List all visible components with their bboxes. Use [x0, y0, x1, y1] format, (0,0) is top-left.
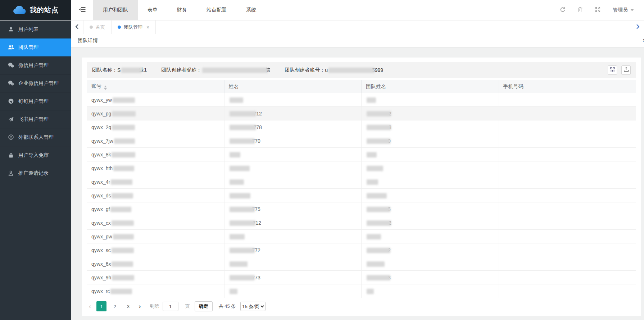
account-prefix: qywx_rc	[91, 288, 110, 294]
close-panel-icon[interactable]: ✕	[642, 37, 644, 43]
account-cell: qywx_yw	[87, 93, 225, 107]
table-row[interactable]: qywx_9h7733	[87, 271, 636, 284]
lock-icon	[8, 152, 14, 158]
topnav-tab-3[interactable]: 站点配置	[197, 0, 236, 20]
table-row[interactable]: qywx_pw	[87, 230, 636, 243]
admin-label: 管理员	[613, 7, 628, 13]
page-tab-label: 团队管理	[124, 24, 142, 31]
sidebar-item-1[interactable]: 团队管理	[0, 38, 71, 56]
redacted-text	[367, 193, 387, 198]
sidebar-item-6[interactable]: 外部联系人管理	[0, 128, 71, 146]
sidebar-item-3[interactable]: 企业微信用户管理	[0, 74, 71, 92]
jump-page-input[interactable]	[163, 302, 178, 311]
redacted-text	[112, 193, 133, 198]
tabs-scroll-right-button[interactable]	[632, 20, 644, 34]
topnav-tab-1[interactable]: 表单	[138, 0, 167, 20]
name-cell	[224, 257, 362, 271]
team-name-cell	[362, 230, 499, 243]
sidebar-item-label: 外部联系人管理	[18, 134, 54, 141]
creator-nickname-field: 团队创建者昵称：信	[161, 67, 270, 73]
sidebar-item-label: 钉钉用户管理	[18, 98, 49, 105]
tabs-scroll-left-button[interactable]	[71, 20, 83, 34]
admin-menu[interactable]: 管理员	[613, 7, 634, 13]
page-tab-0[interactable]: 首页	[83, 20, 112, 34]
sidebar-item-7[interactable]: 用户导入免审	[0, 146, 71, 164]
table-row[interactable]: qywx_cx7122	[87, 216, 636, 230]
table-row[interactable]: qywx_rc	[87, 284, 636, 298]
table-row[interactable]: qywx_7jw7700	[87, 134, 636, 148]
tab-dot	[118, 26, 121, 29]
table-row[interactable]: qywx_yw	[87, 93, 636, 107]
team-name-cell	[362, 161, 499, 175]
redacted-creator-nickname	[202, 68, 268, 73]
team-name-cell: 8	[362, 120, 499, 134]
redacted-text	[367, 152, 377, 157]
redacted-text	[230, 166, 250, 171]
name-cell: 712	[224, 107, 362, 120]
account-cell: qywx_6x	[87, 257, 225, 271]
name-cell	[224, 148, 362, 161]
trash-button[interactable]	[578, 7, 583, 14]
sidebar-item-8[interactable]: 推广邀请记录	[0, 164, 71, 182]
jump-unit-label: 页	[185, 303, 190, 310]
page-button-1[interactable]: 1	[96, 301, 106, 311]
account-cell: qywx_8k	[87, 148, 225, 161]
topnav-tab-4[interactable]: 系统	[236, 0, 266, 20]
account-cell: qywx_sc	[87, 243, 225, 257]
columns-icon	[610, 67, 615, 73]
fullscreen-icon	[595, 7, 600, 13]
page-button-2[interactable]: 2	[110, 301, 120, 311]
topnav-tab-2[interactable]: 财务	[167, 0, 197, 20]
sort-icon[interactable]	[104, 86, 107, 90]
sidebar-item-4[interactable]: 钉钉用户管理	[0, 92, 71, 110]
sidebar-item-label: 团队管理	[18, 44, 38, 51]
invite-icon	[8, 170, 14, 176]
page-size-select[interactable]: 15 条/页	[240, 302, 266, 311]
sidebar-collapse-button[interactable]	[71, 0, 93, 20]
sidebar-item-0[interactable]: 用户列表	[0, 20, 71, 38]
table-row[interactable]: qywx_sc7722	[87, 243, 636, 257]
sidebar-item-5[interactable]: 飞书用户管理	[0, 110, 71, 128]
col-header-0[interactable]: 账号	[87, 80, 225, 93]
team-name-label: 团队名称：	[92, 67, 117, 73]
account-cell: qywx_7jw	[87, 134, 225, 148]
refresh-button[interactable]	[560, 7, 566, 14]
redacted-text	[113, 166, 134, 171]
account-cell: qywx_pw	[87, 230, 225, 243]
team-name-cell: 2	[362, 216, 499, 230]
page-tab-1[interactable]: 团队管理×	[112, 20, 156, 34]
creator-account-label: 团队创建者账号：	[285, 67, 325, 73]
jump-to-label: 到第	[150, 303, 159, 310]
table-row[interactable]: qywx_pg7122	[87, 107, 636, 120]
phone-cell	[499, 120, 636, 134]
table-row[interactable]: qywx_6x	[87, 257, 636, 271]
pagination-bar: ‹ 123 › 到第 页 确定 共 45 条 15 条/页	[87, 301, 636, 311]
col-header-1: 姓名	[224, 80, 362, 93]
table-header-row: 账号姓名团队姓名手机号码	[87, 80, 636, 93]
export-button[interactable]	[621, 65, 631, 75]
fullscreen-button[interactable]	[595, 7, 600, 13]
team-name-cell: 3	[362, 271, 499, 284]
site-logo[interactable]: 我的站点	[0, 0, 71, 20]
page-button-3[interactable]: 3	[123, 301, 133, 311]
table-row[interactable]: qywx_ds	[87, 189, 636, 202]
main-area: 首页团队管理× 团队详情 ✕ 团队名称：S业1 团队创建者昵称：信	[71, 20, 644, 320]
topnav-tab-0[interactable]: 用户和团队	[93, 0, 138, 20]
account-cell: qywx_2q	[87, 120, 225, 134]
close-tab-icon[interactable]: ×	[146, 24, 149, 30]
confirm-button[interactable]: 确定	[195, 301, 213, 311]
phone-cell	[499, 175, 636, 189]
table-row[interactable]: qywx_gf7755	[87, 202, 636, 216]
account-prefix: qywx_pw	[91, 234, 112, 239]
account-cell: qywx_4r	[87, 175, 225, 189]
next-page-button[interactable]: ›	[136, 302, 143, 310]
table-row[interactable]: qywx_4r	[87, 175, 636, 189]
redacted-text	[112, 261, 133, 267]
table-row[interactable]: qywx_8k	[87, 148, 636, 161]
column-settings-button[interactable]	[608, 65, 617, 75]
table-row[interactable]: qywx_hth	[87, 161, 636, 175]
page-tabstrip: 首页团队管理×	[71, 20, 644, 34]
sidebar-item-2[interactable]: 微信用户管理	[0, 56, 71, 74]
table-row[interactable]: qywx_2q7788	[87, 120, 636, 134]
prev-page-button[interactable]: ‹	[87, 302, 93, 310]
